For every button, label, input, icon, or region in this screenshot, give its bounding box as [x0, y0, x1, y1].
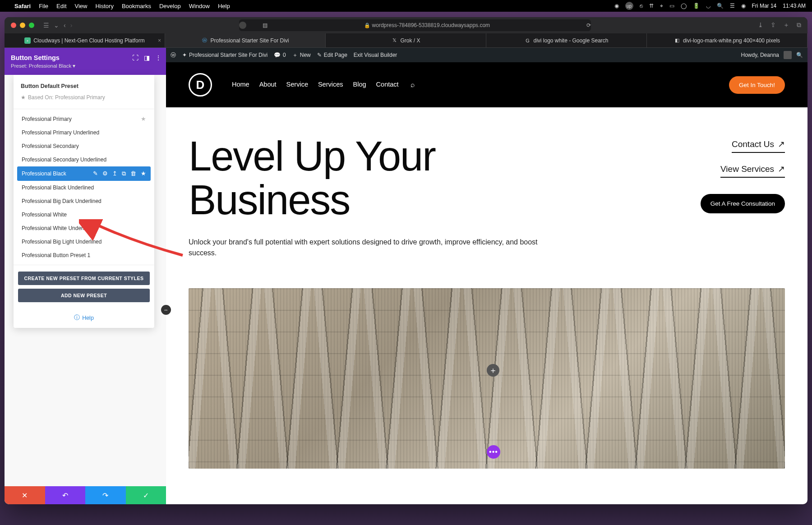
avatar[interactable] [784, 51, 792, 59]
preset-item[interactable]: Professional Black✎⚙↥⧉🗑★ [17, 166, 151, 181]
sidebar-toggle-icon[interactable]: ☰ [43, 22, 49, 29]
cancel-button[interactable]: ✕ [5, 486, 45, 504]
hero-title[interactable]: Level Up Your Business [189, 134, 540, 221]
fullscreen-icon[interactable]: ⛶ [132, 54, 138, 61]
wp-logo-icon[interactable]: ⓦ [171, 51, 176, 59]
default-preset-label[interactable]: Button Default Preset [14, 79, 154, 93]
back-button[interactable]: ‹ [64, 22, 66, 29]
nav-blog[interactable]: Blog [353, 81, 366, 89]
preset-item[interactable]: Professional Button Preset 1 [17, 249, 151, 262]
preset-selector[interactable]: Preset: Professional Black ▾ [11, 63, 160, 69]
minimize-window-button[interactable] [20, 23, 25, 28]
download-icon[interactable]: ⤓ [758, 21, 763, 29]
upwork-icon[interactable]: up [625, 2, 633, 10]
tabs-icon[interactable]: ⧉ [797, 21, 801, 29]
tab-dropdown-icon[interactable]: ⌄ [54, 22, 59, 29]
preset-item[interactable]: Professional Primary Underlined [17, 126, 151, 139]
display-icon[interactable]: ▭ [669, 3, 674, 9]
url-bar[interactable]: ▤ 🔒 wordpress-784896-5338819.cloudwaysap… [239, 19, 591, 31]
wp-exit-builder[interactable]: Exit Visual Builder [354, 52, 397, 58]
nav-services[interactable]: Services [318, 81, 343, 89]
menubar-history[interactable]: History [95, 3, 113, 9]
tab-divi-site[interactable]: ⓦProfessional Starter Site For Divi [165, 33, 326, 47]
share-icon[interactable]: ⇪ [770, 21, 776, 29]
trash-icon[interactable]: 🗑 [130, 170, 136, 177]
dock-icon[interactable]: ◨ [144, 54, 150, 61]
wp-comments[interactable]: 💬0 [274, 52, 286, 58]
preset-item[interactable]: Professional Big Light Underlined [17, 235, 151, 249]
menubar-app[interactable]: Safari [14, 3, 31, 9]
reader-icon[interactable]: ▤ [263, 22, 268, 28]
menubar-help[interactable]: Help [218, 3, 230, 9]
control-center-icon[interactable]: ☰ [730, 3, 735, 9]
save-button[interactable]: ✓ [126, 486, 166, 504]
new-tab-icon[interactable]: ＋ [783, 21, 789, 29]
create-preset-button[interactable]: CREATE NEW PRESET FROM CURRENT STYLES [18, 272, 150, 285]
user-icon[interactable]: ◯ [681, 3, 687, 9]
add-section-button[interactable]: ＋ [487, 364, 499, 377]
airdrop-icon[interactable]: ⎋ [640, 3, 643, 9]
export-icon[interactable]: ↥ [112, 170, 117, 177]
nav-contact[interactable]: Contact [376, 81, 399, 89]
forward-button[interactable]: › [70, 22, 73, 29]
hero-link-contact[interactable]: Contact Us↗ [732, 139, 785, 153]
hero-link-services[interactable]: View Services↗ [720, 164, 785, 178]
wp-search-icon[interactable]: 🔍 [796, 52, 803, 58]
menubar-view[interactable]: View [75, 3, 88, 9]
nav-home[interactable]: Home [232, 81, 249, 89]
screenrec-icon[interactable]: ◉ [614, 3, 619, 9]
close-window-button[interactable] [11, 23, 16, 28]
site-logo[interactable]: D [189, 73, 212, 97]
tab-cloudways[interactable]: ▪Cloudways | Next-Gen Cloud Hosting Plat… [5, 33, 165, 47]
preset-item[interactable]: Professional Secondary [17, 139, 151, 153]
menubar-time[interactable]: 11:43 AM [783, 3, 806, 9]
menubar-develop[interactable]: Develop [159, 3, 181, 9]
preset-item[interactable]: Professional Black Underlined [17, 181, 151, 194]
wp-new[interactable]: ＋New [292, 51, 311, 59]
redo-button[interactable]: ↷ [85, 486, 126, 504]
siri-icon[interactable]: ◉ [741, 3, 746, 9]
add-preset-button[interactable]: ADD NEW PRESET [18, 289, 150, 302]
wp-howdy[interactable]: Howdy, Deanna [741, 52, 780, 58]
menubar-file[interactable]: File [39, 3, 48, 9]
battery-icon[interactable]: 🔋 [693, 3, 700, 9]
spotlight-icon[interactable]: 🔍 [717, 3, 724, 9]
header-cta-button[interactable]: Get In Touch! [729, 76, 785, 94]
preset-item[interactable]: Professional White Underlined [17, 221, 151, 235]
airplay-icon[interactable]: ⇈ [649, 3, 654, 9]
nav-about[interactable]: About [259, 81, 277, 89]
nav-service[interactable]: Service [286, 81, 308, 89]
star-icon[interactable]: ★ [141, 170, 146, 177]
help-link[interactable]: ⓘHelp [14, 309, 154, 328]
menubar-edit[interactable]: Edit [56, 3, 66, 9]
maximize-window-button[interactable] [29, 23, 34, 28]
undo-button[interactable]: ↶ [45, 486, 86, 504]
reload-icon[interactable]: ⟳ [586, 22, 591, 28]
wifi-icon[interactable]: ◡ [706, 3, 710, 9]
menubar-window[interactable]: Window [189, 3, 210, 9]
close-icon[interactable]: × [158, 37, 161, 44]
preset-item[interactable]: Professional Secondary Underlined [17, 153, 151, 166]
bluetooth-icon[interactable]: ⌖ [660, 3, 663, 9]
wp-site-link[interactable]: ✦Professional Starter Site For Divi [182, 52, 268, 58]
wp-edit-page[interactable]: ✎Edit Page [317, 52, 347, 58]
duplicate-icon[interactable]: ⧉ [122, 170, 126, 177]
star-icon: ★ [21, 94, 26, 101]
tab-image[interactable]: ◧divi-logo-mark-white.png 400×400 pixels [647, 33, 807, 47]
preset-item[interactable]: Professional Big Dark Underlined [17, 194, 151, 208]
search-icon[interactable]: ⌕ [411, 81, 415, 89]
more-icon[interactable]: ⋮ [155, 54, 161, 61]
hero-cta-button[interactable]: Get A Free Consultation [701, 194, 785, 213]
gear-icon[interactable]: ⚙ [102, 170, 108, 177]
pencil-icon[interactable]: ✎ [93, 170, 98, 177]
tab-grok[interactable]: 𝕏Grok / X [326, 33, 486, 47]
menubar-bookmarks[interactable]: Bookmarks [122, 3, 151, 9]
preset-item[interactable]: Professional White [17, 208, 151, 221]
hero-image[interactable]: ＋ ••• [189, 288, 785, 469]
preset-item[interactable]: Professional Primary [17, 112, 151, 126]
hero-subtitle[interactable]: Unlock your brand's full potential with … [189, 237, 540, 258]
resize-handle[interactable]: ↔ [161, 305, 171, 315]
page-actions-button[interactable]: ••• [487, 445, 500, 459]
tab-google[interactable]: Gdivi logo white - Google Search [486, 33, 647, 47]
menubar-date[interactable]: Fri Mar 14 [752, 3, 777, 9]
